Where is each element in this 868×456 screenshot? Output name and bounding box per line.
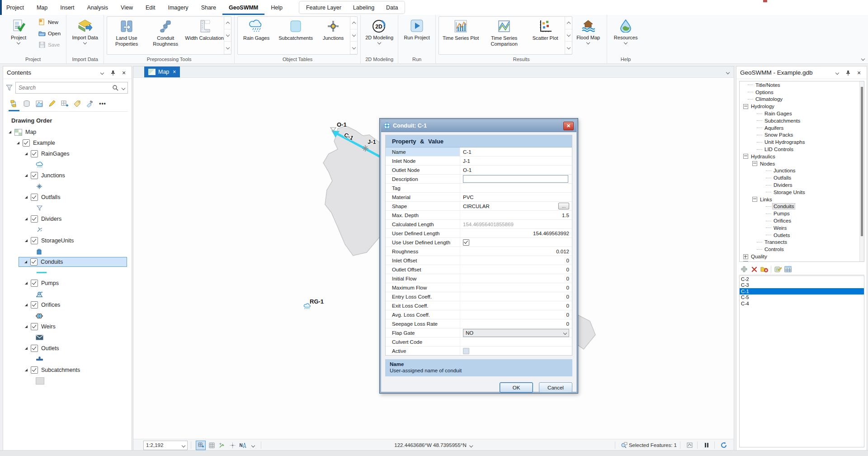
row-initial-flow[interactable]: Initial Flow 0 — [386, 274, 572, 283]
labeling-icon[interactable] — [71, 98, 84, 109]
collapse-icon[interactable] — [752, 161, 757, 166]
list-item[interactable]: C-2 — [740, 276, 864, 282]
subcatchments-button[interactable]: Subcatchments — [275, 17, 316, 55]
expander-icon[interactable] — [25, 325, 28, 328]
table-icon[interactable] — [783, 265, 793, 274]
north-arrow-icon[interactable]: N — [238, 441, 247, 450]
symbol-row[interactable] — [3, 375, 132, 386]
snap-icon[interactable] — [217, 441, 226, 450]
tree-item-orifices[interactable]: Orifices — [740, 217, 864, 224]
gallery-scrollbar[interactable] — [565, 17, 572, 54]
menu-help[interactable]: Help — [264, 0, 289, 15]
filter-icon[interactable] — [6, 85, 13, 91]
layer-row-map[interactable]: Map — [3, 127, 132, 138]
menu-insert[interactable]: Insert — [54, 0, 80, 15]
layer-checkbox[interactable] — [31, 194, 38, 201]
tree-item-storage-units[interactable]: Storage Units — [740, 189, 864, 196]
property-value[interactable]: CIRCULAR — [463, 204, 557, 209]
row-seepage-loss[interactable]: Seepage Loss Rate 0 — [386, 319, 572, 328]
tree-item-aquifers[interactable]: Aquifers — [740, 124, 864, 132]
chevron-down-icon[interactable] — [249, 441, 258, 450]
run-project-button[interactable]: Run Project — [401, 16, 433, 54]
property-value[interactable]: 0 — [460, 319, 572, 328]
conduit-roughness-button[interactable]: Conduit Roughness — [146, 17, 185, 55]
tab-feature-layer[interactable]: Feature Layer — [300, 5, 347, 11]
scroll-up-icon[interactable] — [224, 17, 231, 29]
row-exit-loss[interactable]: Exit Loss Coeff. 0 — [386, 301, 572, 310]
property-value[interactable]: 1.5 — [460, 211, 572, 219]
tree-item-links[interactable]: Links — [740, 196, 864, 203]
property-value[interactable]: 0 — [460, 256, 572, 265]
menu-project[interactable]: Project — [0, 0, 30, 15]
dialog-title-bar[interactable]: Conduit: C-1 ✕ — [381, 120, 576, 132]
layer-row-storageunits[interactable]: StorageUnits — [3, 235, 132, 246]
property-value[interactable]: O-1 — [460, 166, 572, 174]
expander-icon[interactable] — [25, 282, 28, 285]
pin-icon[interactable] — [109, 69, 117, 77]
collapse-icon[interactable] — [752, 197, 757, 202]
property-value[interactable] — [460, 337, 572, 346]
list-by-drawing-order-icon[interactable] — [8, 98, 20, 109]
resources-button[interactable]: Resources — [610, 16, 642, 54]
tree-item-unit-hydrographs[interactable]: Unit Hydrographs — [740, 138, 864, 146]
menu-share[interactable]: Share — [195, 0, 222, 15]
tree-item-outlets[interactable]: Outlets — [740, 232, 864, 239]
layer-checkbox[interactable] — [31, 366, 38, 374]
more-options-icon[interactable]: ••• — [96, 98, 109, 109]
property-value[interactable]: 154.469563992 — [460, 229, 572, 238]
ok-button[interactable]: OK — [500, 382, 533, 393]
layer-checkbox[interactable] — [31, 150, 38, 157]
property-value[interactable]: 0 — [460, 265, 572, 274]
expand-icon[interactable] — [743, 254, 748, 259]
2d-modeling-button[interactable]: 2D 2D Modeling — [363, 16, 395, 54]
tab-map[interactable]: Map × — [144, 66, 180, 77]
properties-icon[interactable] — [773, 265, 783, 274]
list-item[interactable]: C-4 — [740, 300, 864, 307]
row-tag[interactable]: Tag — [386, 184, 572, 193]
row-use-user-defined-length[interactable]: Use User Defined Length — [386, 238, 572, 247]
project-button[interactable]: Project — [3, 16, 34, 54]
row-flap-gate[interactable]: Flap Gate NO — [386, 328, 572, 337]
expander-icon[interactable] — [25, 152, 28, 155]
layer-row-raingages[interactable]: RainGages — [3, 148, 132, 159]
layer-checkbox[interactable] — [30, 258, 38, 266]
tree-item-snow-packs[interactable]: Snow Packs — [740, 132, 864, 139]
property-value[interactable] — [460, 184, 572, 192]
layer-checkbox[interactable] — [31, 237, 38, 244]
gallery-scrollbar[interactable] — [224, 17, 231, 54]
scroll-down-icon[interactable] — [565, 29, 572, 42]
layer-row-outfalls[interactable]: Outfalls — [3, 192, 132, 203]
property-value[interactable]: 0 — [460, 310, 572, 319]
expander-icon[interactable] — [24, 261, 27, 263]
tree-scrollbar[interactable] — [859, 81, 864, 261]
row-max-depth[interactable]: Max. Depth 1.5 — [386, 211, 572, 220]
list-item[interactable]: C-5 — [740, 294, 864, 301]
search-input[interactable] — [16, 85, 112, 91]
time-series-plot-button[interactable]: Time Series Plot — [439, 17, 482, 55]
close-icon[interactable]: ✕ — [563, 122, 574, 130]
property-value[interactable]: 0 — [460, 292, 572, 301]
layer-checkbox[interactable] — [31, 215, 38, 223]
use-user-defined-length-checkbox[interactable] — [463, 239, 469, 246]
tree-item-rain-gages[interactable]: Rain Gages — [740, 110, 864, 117]
row-material[interactable]: Material PVC — [386, 193, 572, 202]
row-active[interactable]: Active — [386, 347, 572, 355]
row-inlet-node[interactable]: Inlet Node J-1 — [386, 157, 572, 166]
menu-analysis[interactable]: Analysis — [81, 0, 115, 15]
symbol-row[interactable] — [3, 159, 132, 170]
gallery-scrollbar[interactable] — [350, 17, 357, 54]
row-description[interactable]: Description — [386, 175, 572, 184]
active-checkbox[interactable] — [463, 348, 469, 354]
expander-icon[interactable] — [25, 304, 28, 306]
rain-gages-button[interactable]: Rain Gages — [238, 17, 275, 55]
land-use-properties-button[interactable]: Land Use Properties — [107, 17, 146, 55]
menu-map[interactable]: Map — [30, 0, 54, 15]
new-layer-icon[interactable] — [58, 98, 71, 109]
layer-checkbox[interactable] — [31, 345, 38, 352]
new-button[interactable]: New — [35, 16, 63, 28]
close-tab-icon[interactable]: × — [173, 69, 176, 75]
property-value[interactable]: J-1 — [460, 157, 572, 165]
row-outlet-offset[interactable]: Outlet Offset 0 — [386, 265, 572, 274]
layer-row-outlets[interactable]: Outlets — [3, 343, 132, 354]
property-value[interactable]: 0 — [460, 283, 572, 292]
